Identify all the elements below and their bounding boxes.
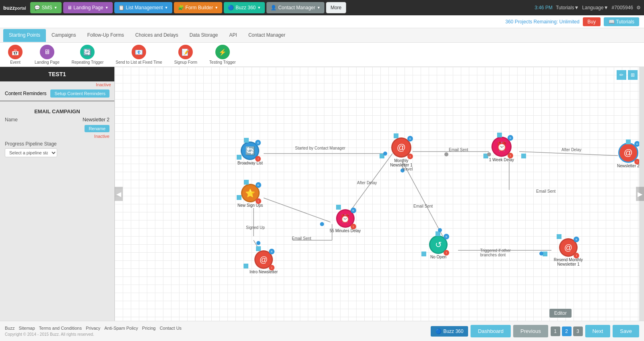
copyright: Copyright © 2014 - 2015 Buzz. All rights…: [5, 332, 182, 337]
left-panel: TEST1 Inactive Content Reminders Setup C…: [0, 67, 115, 321]
node-intro-newsletter[interactable]: @ ≡ ! Intro Newsletter: [250, 250, 278, 274]
canvas-nav-right[interactable]: ▶: [636, 187, 644, 201]
footer-link-sitemap[interactable]: Sitemap: [19, 326, 35, 331]
sp-landing-page[interactable]: 🖥 Landing Page: [35, 45, 60, 64]
node-1week-delay[interactable]: ⏰ ≡ ! 1 Week Delay: [489, 137, 514, 162]
step-1[interactable]: 1: [551, 326, 560, 336]
setup-content-reminders-button[interactable]: Setup Content Reminders: [50, 89, 109, 98]
nav-more[interactable]: More: [326, 2, 346, 13]
sp-signup-form[interactable]: 📝 Signup Form: [174, 45, 197, 64]
language-link[interactable]: Language▼: [582, 5, 608, 10]
logo: buzzportal: [3, 5, 26, 11]
step-2[interactable]: 2: [562, 326, 572, 336]
nav-list-management[interactable]: 📋 List Management ▼: [114, 2, 172, 13]
name-row: Name Newsletter 2: [5, 117, 109, 123]
node-monthly-newsletter[interactable]: @ ≡ ! Monthly Newsletter 1: [385, 137, 417, 167]
footer-links: Buzz Sitemap Terms and Conditions Privac…: [5, 326, 182, 331]
nav-right: 3:46 PM Tutorials▼ Language▼ #7005946 ⚙: [535, 5, 641, 10]
tab-campaigns[interactable]: Campaigns: [46, 29, 82, 42]
tab-data-storage[interactable]: Data Storage: [184, 29, 224, 42]
buzz360-icon: 🔵: [436, 329, 442, 334]
tab-api[interactable]: API: [224, 29, 243, 42]
save-button[interactable]: Save: [613, 325, 639, 337]
node-no-open[interactable]: ↺ ≡ ! No Open: [429, 235, 448, 259]
sp-testing-trigger[interactable]: ⚡ Testing Trigger: [209, 45, 236, 64]
line-dot: [444, 152, 448, 156]
line-dot: [383, 152, 387, 156]
nav-sms[interactable]: 💬 SMS ▼: [30, 2, 62, 13]
canvas-nav-left[interactable]: ◀: [115, 187, 123, 201]
footer-link-privacy[interactable]: Privacy: [86, 326, 100, 331]
footer-link-pricing[interactable]: Pricing: [142, 326, 156, 331]
content-reminders-label: Content Reminders: [5, 91, 46, 96]
edit-tool-button[interactable]: ✏: [617, 70, 626, 80]
label-email-sent-4: Email Sent: [536, 189, 555, 193]
next-button[interactable]: Next: [585, 325, 611, 337]
node-broadway-list[interactable]: 🔄 ≡ ! Broadway List: [237, 141, 263, 165]
connector-sq: [557, 234, 561, 239]
repeating-trigger-icon: 🔄: [80, 45, 95, 59]
footer-link-contact[interactable]: Contact Us: [160, 326, 182, 331]
buy-button[interactable]: Buy: [583, 17, 601, 26]
connector-sq: [237, 195, 242, 200]
tutorials-link[interactable]: Tutorials▼: [556, 5, 579, 10]
main-content: TEST1 Inactive Content Reminders Setup C…: [0, 67, 644, 321]
canvas-tools: ✏ ⊞: [617, 70, 638, 80]
starting-points-panel: 📅 Event 🖥 Landing Page 🔄 Repeating Trigg…: [0, 43, 644, 67]
nav-form-builder[interactable]: 🧩 Form Builder ▼: [174, 2, 223, 13]
account-id: #7005946: [612, 5, 633, 10]
sp-send-list[interactable]: 📧 Send to List at Fixed Time: [116, 45, 162, 64]
connector-sq: [497, 133, 502, 137]
form-icon: 🧩: [178, 5, 184, 10]
connector-sq: [336, 205, 341, 210]
pipeline-select[interactable]: Select a pipeline sta...: [5, 148, 57, 157]
connector-sq: [256, 246, 261, 251]
nav-buzz360[interactable]: 🔵 Buzz 360 ▼: [224, 2, 265, 13]
previous-button[interactable]: Previous: [513, 325, 548, 337]
connector-sq: [244, 264, 248, 268]
label-after-delay-1: After Delay: [561, 148, 581, 152]
settings-icon[interactable]: ⚙: [636, 5, 641, 10]
nav-contact-manager[interactable]: 👤 Contact Manager ▼: [266, 2, 324, 13]
tab-starting-points[interactable]: Starting Points: [3, 29, 46, 42]
buzz-icon: 🔵: [228, 5, 234, 10]
dashboard-button[interactable]: Dashboard: [471, 325, 511, 337]
editor-badge[interactable]: Editor: [549, 309, 572, 318]
sp-repeating-trigger[interactable]: 🔄 Repeating Trigger: [72, 45, 104, 64]
buzz360-button[interactable]: 🔵 Buzz 360: [431, 326, 468, 337]
footer-link-antispam[interactable]: Anti-Spam Policy: [104, 326, 138, 331]
tab-contact-manager[interactable]: Contact Manager: [243, 29, 291, 42]
node-55min-delay[interactable]: ⏰ ≡ ! 55 Minutes Delay: [330, 209, 361, 233]
testing-trigger-icon: ⚡: [215, 45, 230, 59]
step-3[interactable]: 3: [573, 326, 583, 336]
name-value: Newsletter 2: [83, 117, 109, 123]
connector-sq: [394, 133, 398, 138]
connector-sq: [521, 154, 526, 158]
label-email-sent-3: Email Sent: [413, 204, 433, 208]
footer-link-terms[interactable]: Terms and Conditions: [39, 326, 82, 331]
line-dot: [320, 222, 324, 226]
label-started-by: Started by Contact Manager: [295, 146, 345, 150]
label-after-delay-2: After Delay: [357, 181, 377, 185]
label-email-sent-2: Email Sent: [292, 236, 311, 241]
tab-followup-forms[interactable]: Follow-Up Forms: [82, 29, 130, 42]
node-newsletter2[interactable]: @ ≡ ! Newsletter 2: [617, 143, 640, 168]
projects-remaining: 360 Projects Remaining: Unlimited: [506, 19, 580, 25]
list-icon: 📋: [118, 5, 124, 10]
grid-tool-button[interactable]: ⊞: [628, 70, 638, 80]
current-time: 3:46 PM: [535, 5, 553, 10]
footer-link-buzz[interactable]: Buzz: [5, 326, 14, 331]
inactive-badge-1: Inactive: [0, 81, 114, 88]
footer-right: 🔵 Buzz 360 Dashboard Previous 1 2 3 Next…: [431, 325, 639, 337]
label-email-sent-1: Email Sent: [449, 148, 468, 152]
nav-landing-page[interactable]: 🖥 Landing Page ▼: [63, 2, 113, 13]
landing-page-icon: 🖥: [40, 45, 54, 59]
line-dot: [256, 241, 260, 245]
tutorials-button[interactable]: 📖 Tutorials: [604, 17, 639, 26]
node-resend-monthly[interactable]: @ ≡ ! Resend Monthly Newsletter 1: [550, 238, 586, 266]
sms-icon: 💬: [34, 5, 40, 10]
sp-event[interactable]: 📅 Event: [8, 45, 23, 64]
tab-choices-delays[interactable]: Choices and Delays: [130, 29, 184, 42]
rename-button[interactable]: Rename: [85, 125, 109, 132]
name-label: Name: [5, 117, 18, 123]
